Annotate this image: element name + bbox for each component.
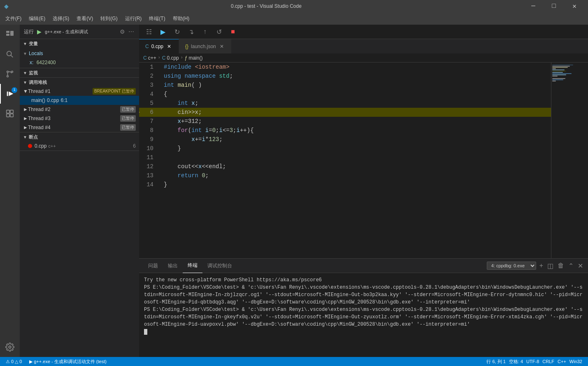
debug-more-button[interactable]: ⋯ (128, 28, 135, 36)
status-spaces-label: 空格: 4 (509, 359, 523, 365)
debug-restart-button[interactable]: ↺ (213, 26, 225, 37)
menu-edit[interactable]: 编辑(E) (26, 14, 49, 23)
menu-view[interactable]: 查看(V) (73, 14, 96, 23)
terminal-add-button[interactable]: + (539, 261, 544, 270)
debug-toolbar-grid-icon[interactable]: ☷ (143, 26, 155, 37)
menu-goto[interactable]: 转到(G) (97, 14, 121, 23)
menu-file[interactable]: 文件(F) (2, 14, 25, 23)
token: { (164, 91, 167, 97)
line-number: 8 (139, 126, 160, 135)
line-content: cin>>x; (160, 108, 551, 117)
variables-header[interactable]: ▼ 变量 (20, 39, 139, 48)
menu-run[interactable]: 运行(R) (122, 14, 145, 23)
activity-extensions-icon[interactable] (0, 104, 20, 123)
token: cin>>x; (178, 109, 202, 116)
code-editor[interactable]: 1#include <iostream>2using namespace std… (139, 63, 551, 258)
thread2-item[interactable]: ► Thread #2 已暂停 (20, 105, 139, 114)
status-spaces[interactable]: 空格: 4 (507, 359, 525, 365)
mm-line (552, 66, 570, 67)
line-number: 1 (139, 63, 160, 72)
token (164, 172, 178, 179)
status-errors[interactable]: ⚠ 0 △ 0 (4, 359, 23, 364)
line-content: { (160, 90, 551, 99)
term-tab-output[interactable]: 输出 (163, 259, 183, 273)
status-position[interactable]: 行 6, 列 1 (485, 359, 507, 365)
activity-search-icon[interactable] (0, 44, 20, 64)
debug-run-button[interactable]: ▶ (35, 28, 43, 36)
token: return (178, 172, 198, 179)
status-encoding[interactable]: UTF-8 (525, 359, 541, 365)
locals-tree-item[interactable]: ▼ Locals (20, 49, 139, 58)
activity-explorer-icon[interactable] (0, 25, 20, 44)
frame-main-item[interactable]: main() 0.cpp 6:1 (20, 96, 139, 105)
activity-settings-icon[interactable] (0, 337, 20, 357)
debug-config-label: g++.exe - 生成和调试 (45, 29, 88, 35)
mm-line (552, 65, 573, 65)
tab-0cpp-close-button[interactable]: ✕ (166, 43, 172, 50)
token: x (191, 100, 195, 107)
term-tab-terminal[interactable]: 终端 (183, 259, 202, 273)
terminal-cmd1-line: PS E:\Coding_Folder\VSCode\test> & 'c:\U… (144, 284, 583, 306)
breakpoint-item[interactable]: 0.cpp c++ 6 (20, 141, 139, 151)
table-row: 9 x+=i*123; (139, 135, 551, 144)
breakpoints-header[interactable]: ▼ 断点 (20, 132, 139, 141)
mm-line (552, 73, 572, 74)
watch-chevron-icon: ▼ (23, 71, 27, 75)
terminal-split-button[interactable]: ◫ (546, 261, 554, 271)
thread1-item[interactable]: ▼ Thread #1 BREAKPOINT 已暂停 (20, 87, 139, 96)
menu-terminal[interactable]: 终端(T) (146, 14, 168, 23)
breadcrumb-file[interactable]: C 0.cpp (162, 55, 179, 61)
breadcrumb-fn[interactable]: ƒ main() (185, 55, 203, 61)
status-lang[interactable]: C++ (556, 359, 568, 365)
callstack-label: 调用堆栈 (29, 79, 47, 86)
breadcrumb-lang[interactable]: C c++ (143, 55, 156, 61)
tab-launch-close-button[interactable]: ✕ (218, 43, 225, 50)
debug-step-into-button[interactable]: ↴ (185, 26, 197, 37)
activity-git-icon[interactable] (0, 64, 20, 84)
status-debug-label[interactable]: ▶ g++.exe - 生成和调试活动文件 (test) (28, 359, 108, 365)
close-button[interactable]: ✕ (565, 0, 584, 12)
term-tab-problems[interactable]: 问题 (143, 259, 163, 273)
minimize-button[interactable]: ─ (524, 0, 543, 12)
maximize-button[interactable]: □ (544, 0, 563, 12)
breadcrumb-sep2-icon: › (181, 56, 183, 60)
debug-step-over-button[interactable]: ↻ (171, 26, 183, 37)
tab-launch-json[interactable]: {} launch.json ✕ (179, 39, 232, 53)
terminal-instance-select[interactable]: 4: cppdbg: 0.exe (487, 262, 536, 270)
variable-x-item[interactable]: x: 6422400 (20, 58, 139, 67)
token (202, 127, 205, 134)
watch-header[interactable]: ▼ 监视 (20, 68, 139, 77)
token: using (164, 73, 181, 79)
status-os[interactable]: Win32 (568, 359, 584, 365)
status-row-col: 行 6, 列 1 (486, 359, 505, 365)
watch-label: 监视 (29, 70, 38, 76)
main-layout: 1 运行 ▶ g++.exe - 生成和调试 ⚙ ⋯ ▼ 变量 ▼ (0, 25, 588, 357)
token: main (178, 82, 192, 88)
debug-continue-button[interactable]: ▶ (157, 26, 169, 37)
thread3-item[interactable]: ► Thread #3 已暂停 (20, 114, 139, 123)
svg-point-6 (12, 71, 13, 73)
terminal-close-button[interactable]: ✕ (577, 261, 584, 271)
activity-debug-icon[interactable]: 1 (0, 84, 20, 104)
term-tab-debug-console[interactable]: 调试控制台 (202, 259, 237, 273)
terminal-trash-button[interactable]: 🗑 (557, 261, 565, 270)
line-number: 14 (139, 180, 160, 189)
breakpoints-chevron-icon: ▼ (23, 135, 27, 139)
token: int (178, 100, 188, 107)
debug-stop-button[interactable]: ■ (227, 26, 239, 37)
debug-settings-button[interactable]: ⚙ (119, 28, 126, 36)
menu-select[interactable]: 选择(S) (49, 14, 72, 23)
callstack-header[interactable]: ▼ 调用堆栈 (20, 78, 139, 87)
status-lang-label: C++ (558, 359, 566, 364)
debug-step-out-button[interactable]: ↑ (199, 26, 211, 37)
terminal-cmd2-line: PS E:\Coding_Folder\VSCode\test> & 'c:\U… (144, 306, 583, 328)
thread4-item[interactable]: ► Thread #4 已暂停 (20, 123, 139, 132)
terminal-content[interactable]: Try the new cross-platform PowerShell ht… (139, 273, 588, 357)
terminal-chevron-up-button[interactable]: ⌃ (567, 261, 574, 271)
status-line-ending[interactable]: CRLF (541, 359, 556, 365)
tab-0cpp[interactable]: C 0.cpp ✕ (139, 39, 179, 53)
token: ( ) (191, 82, 202, 88)
mm-line (552, 81, 556, 81)
token: x (178, 118, 181, 125)
menu-help[interactable]: 帮助(H) (170, 14, 193, 23)
